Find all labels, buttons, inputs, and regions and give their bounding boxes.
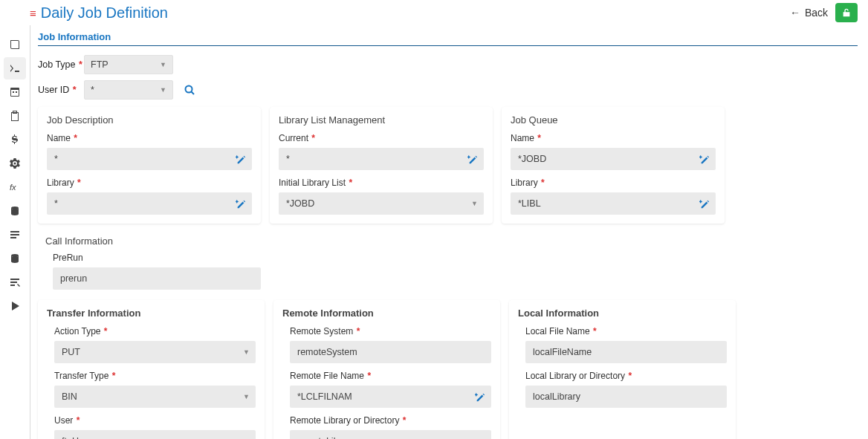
ll-initial-value: *JOBD [286, 198, 314, 209]
rail-item-function[interactable]: fx [4, 176, 26, 198]
svg-text:fx: fx [10, 183, 16, 192]
back-button[interactable]: ← Back [790, 7, 828, 19]
svg-line-4 [192, 92, 195, 95]
prerun-value: prerun [60, 273, 87, 284]
ti-user-input[interactable]: ftpUser [54, 430, 256, 439]
ri-file-input[interactable]: *LCLFILNAM [290, 386, 491, 408]
rail-item-book[interactable] [4, 33, 26, 56]
ll-initial-label: Initial Library List [279, 178, 346, 188]
rail-item-database2[interactable] [4, 247, 26, 270]
jq-library-value: *LIBL [518, 198, 541, 209]
ti-action-select[interactable]: PUT ▼ [54, 341, 256, 363]
rail-item-terminal[interactable] [4, 57, 26, 79]
back-label: Back [805, 7, 828, 19]
wand-icon[interactable] [236, 154, 246, 164]
jd-library-label: Library [47, 178, 74, 188]
rail-item-clipboard[interactable] [4, 105, 26, 127]
wand-icon[interactable] [467, 154, 478, 164]
ri-lib-label: Remote Library or Directory [290, 415, 399, 426]
ri-system-label: Remote System [290, 326, 353, 336]
transfer-info-title: Transfer Information [47, 308, 256, 319]
ti-action-value: PUT [62, 347, 80, 357]
library-list-title: Library List Management [279, 114, 484, 126]
jd-library-input[interactable]: * [47, 192, 252, 215]
ti-transfer-select[interactable]: BIN ▼ [54, 386, 256, 408]
hamburger-icon[interactable]: ≡ [30, 7, 36, 19]
search-icon[interactable] [184, 84, 195, 96]
section-header: Job Information [38, 31, 858, 46]
ti-user-label: User [54, 415, 73, 426]
ri-system-value: remoteSystem [297, 347, 357, 357]
lock-open-icon [841, 7, 852, 18]
local-info-card: Local Information Local File Name * loca… [509, 300, 736, 439]
user-id-value: * [91, 85, 94, 95]
ll-initial-select[interactable]: *JOBD ▼ [279, 192, 484, 215]
li-lib-label: Local Library or Directory [525, 371, 625, 381]
prerun-input[interactable]: prerun [53, 267, 261, 290]
back-arrow-icon: ← [790, 7, 800, 19]
caret-down-icon: ▼ [471, 200, 478, 207]
ll-current-label: Current [279, 133, 308, 143]
rail-item-list[interactable] [4, 224, 26, 246]
svg-point-2 [11, 254, 19, 257]
jq-name-value: *JOBD [518, 154, 546, 164]
wand-icon[interactable] [236, 198, 246, 209]
jd-name-input[interactable]: * [47, 148, 252, 170]
rail-item-calendar[interactable] [4, 81, 26, 103]
jq-name-input[interactable]: *JOBD [511, 148, 716, 170]
ti-transfer-label: Transfer Type [54, 371, 108, 381]
li-lib-input[interactable]: localLibrary [525, 386, 727, 408]
jd-library-value: * [54, 198, 58, 209]
remote-info-card: Remote Information Remote System * remot… [273, 300, 500, 439]
ll-current-value: * [286, 154, 290, 164]
jq-name-label: Name [511, 133, 534, 143]
li-lib-value: localLibrary [533, 391, 580, 402]
transfer-info-card: Transfer Information Action Type * PUT ▼… [38, 300, 265, 439]
li-file-value: localFileName [533, 347, 592, 357]
content-area: Job Information Job Type * FTP ▼ User ID… [30, 25, 858, 439]
user-id-label: User ID [38, 85, 69, 95]
prerun-label: PreRun [53, 253, 858, 263]
job-type-select[interactable]: FTP ▼ [84, 55, 173, 74]
top-bar: ≡ Daily Job Definition ← Back [30, 0, 858, 25]
ri-system-input[interactable]: remoteSystem [290, 341, 491, 363]
wand-icon[interactable] [475, 391, 485, 402]
rail-item-list-edit[interactable] [4, 271, 26, 293]
rail-item-play[interactable] [4, 295, 26, 317]
rail-item-gear[interactable] [4, 152, 26, 175]
remote-info-title: Remote Information [282, 308, 491, 319]
li-file-label: Local File Name [525, 326, 590, 336]
caret-down-icon: ▼ [243, 393, 250, 400]
ri-lib-value: remoteLibrary [297, 436, 354, 439]
rail-item-dollar[interactable] [4, 129, 26, 151]
caret-down-icon: ▼ [160, 61, 166, 68]
page-title: Daily Job Definition [41, 4, 168, 22]
wand-icon[interactable] [699, 198, 710, 209]
ri-lib-input[interactable]: remoteLibrary [290, 430, 491, 439]
job-description-title: Job Description [47, 114, 252, 126]
wand-icon[interactable] [699, 154, 710, 164]
ti-user-value: ftpUser [62, 436, 91, 439]
li-file-input[interactable]: localFileName [525, 341, 727, 363]
ll-current-input[interactable]: * [279, 148, 484, 170]
ri-file-value: *LCLFILNAM [297, 391, 352, 402]
local-info-title: Local Information [518, 308, 727, 319]
jq-library-label: Library [511, 178, 538, 188]
job-type-label: Job Type [38, 59, 76, 70]
lock-button[interactable] [835, 3, 858, 22]
svg-point-3 [186, 86, 192, 93]
jq-library-input[interactable]: *LIBL [511, 192, 716, 215]
rail-item-database[interactable] [4, 200, 26, 222]
call-info-title: Call Information [45, 231, 858, 247]
job-description-card: Job Description Name * * Library * * [38, 107, 261, 224]
job-queue-card: Job Queue Name * *JOBD Library * *LIBL [502, 107, 725, 224]
caret-down-icon: ▼ [160, 86, 166, 94]
ri-file-label: Remote File Name [290, 371, 364, 381]
user-id-select[interactable]: * ▼ [84, 80, 173, 100]
job-type-value: FTP [91, 59, 108, 70]
library-list-card: Library List Management Current * * Init… [270, 107, 493, 224]
jd-name-label: Name [47, 133, 71, 143]
jd-name-value: * [54, 154, 58, 164]
ti-transfer-value: BIN [62, 391, 77, 402]
job-queue-title: Job Queue [511, 114, 716, 126]
